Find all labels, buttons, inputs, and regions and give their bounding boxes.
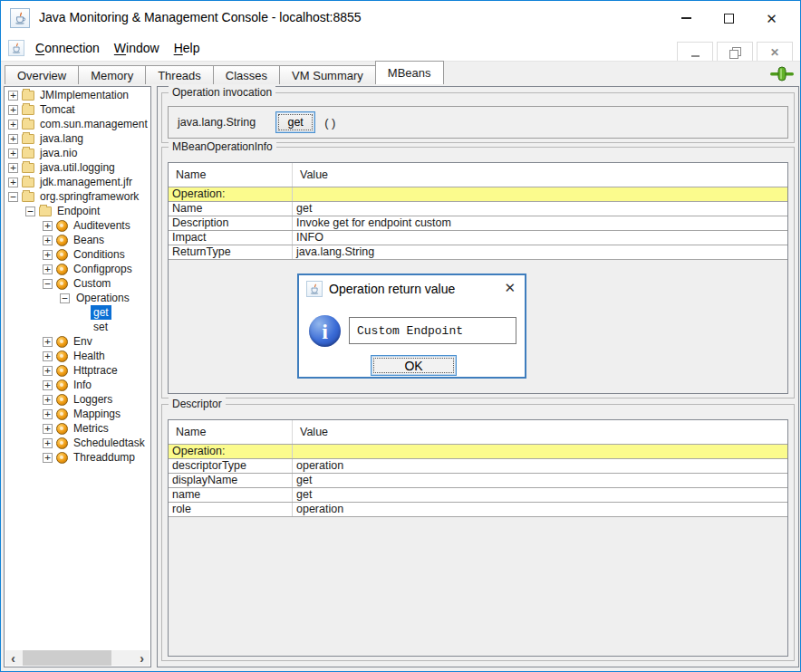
close-button[interactable]: ✕	[750, 1, 793, 35]
table-row[interactable]: roleoperation	[169, 503, 787, 517]
tree-item-get[interactable]: get	[5, 305, 150, 320]
table-row[interactable]: ImpactINFO	[169, 231, 787, 245]
menu-help[interactable]: Help	[167, 37, 207, 59]
table-row[interactable]: Nameget	[169, 202, 787, 216]
tree-item-auditevents[interactable]: +Auditevents	[5, 218, 150, 233]
expand-handle-icon[interactable]: +	[8, 120, 18, 130]
cell-value	[293, 445, 787, 458]
tab-memory[interactable]: Memory	[78, 65, 146, 84]
tree-item-tomcat[interactable]: +Tomcat	[5, 102, 150, 117]
table-row[interactable]: Operation:	[169, 445, 787, 459]
menu-window[interactable]: Window	[107, 37, 167, 59]
operation-invocation-title: Operation invocation	[169, 86, 275, 99]
tree-item-threaddump[interactable]: +Threaddump	[5, 450, 150, 465]
tree-item-configprops[interactable]: +Configprops	[5, 262, 150, 276]
expand-handle-icon[interactable]: +	[43, 380, 53, 390]
tab-mbeans[interactable]: MBeans	[375, 61, 444, 84]
expand-handle-icon[interactable]: +	[8, 178, 18, 187]
tree-item-label: Conditions	[71, 247, 128, 262]
table-row[interactable]: displayNameget	[169, 474, 787, 488]
tree-item-java-lang[interactable]: +java.lang	[5, 131, 150, 146]
tree-item-java-util-logging[interactable]: +java.util.logging	[5, 160, 150, 175]
operation-invocation-group: Operation invocation java.lang.String ge…	[161, 92, 795, 143]
tree-item-beans[interactable]: +Beans	[5, 233, 150, 247]
cell-value: get	[293, 488, 787, 502]
tab-vm-summary[interactable]: VM Summary	[279, 65, 376, 84]
tree-item-env[interactable]: +Env	[5, 334, 150, 349]
column-header-name[interactable]: Name	[169, 420, 293, 444]
tab-overview[interactable]: Overview	[5, 65, 79, 84]
table-row[interactable]: DescriptionInvoke get for endpoint custo…	[169, 216, 787, 231]
scroll-left-button[interactable]: ‹	[5, 650, 21, 666]
java-app-icon	[10, 8, 30, 28]
tree-item-health[interactable]: +Health	[5, 349, 150, 363]
tab-threads[interactable]: Threads	[145, 65, 214, 84]
expand-handle-icon[interactable]: +	[8, 91, 18, 101]
maximize-button[interactable]	[708, 1, 750, 35]
menu-connection[interactable]: Connection	[28, 37, 107, 59]
table-row[interactable]: ReturnTypejava.lang.String	[169, 245, 787, 260]
tree-horizontal-scrollbar[interactable]: ‹ ›	[5, 650, 150, 666]
cell-value	[293, 187, 787, 201]
expand-handle-icon[interactable]: +	[43, 351, 53, 361]
expand-handle-icon[interactable]: +	[43, 337, 53, 347]
tree-item-conditions[interactable]: +Conditions	[5, 247, 150, 262]
bean-icon	[56, 220, 68, 232]
tree-item-jmimplementation[interactable]: +JMImplementation	[5, 88, 150, 102]
invoke-get-button[interactable]: get	[275, 111, 315, 133]
collapse-handle-icon[interactable]: −	[43, 279, 53, 289]
table-row[interactable]: descriptorTypeoperation	[169, 459, 787, 474]
tree-item-mappings[interactable]: +Mappings	[5, 407, 150, 421]
cell-value: java.lang.String	[293, 245, 787, 259]
cell-value: INFO	[293, 231, 787, 245]
tree-item-operations[interactable]: −Operations	[5, 291, 150, 305]
ok-button[interactable]: OK	[371, 355, 457, 376]
scrollbar-thumb[interactable]	[23, 650, 111, 666]
tree-item-jdk-management-jfr[interactable]: +jdk.management.jfr	[5, 175, 150, 189]
tab-classes[interactable]: Classes	[213, 65, 280, 84]
return-value-field[interactable]	[349, 317, 516, 344]
column-header-name[interactable]: Name	[169, 163, 293, 187]
cell-name: role	[169, 503, 293, 516]
expand-handle-icon[interactable]: +	[43, 366, 53, 376]
expand-handle-icon[interactable]: +	[8, 134, 18, 144]
tree-item-info[interactable]: +Info	[5, 378, 150, 392]
expand-handle-icon[interactable]: +	[43, 438, 53, 448]
table-body: Operation:descriptorTypeoperationdisplay…	[169, 445, 787, 517]
bean-icon	[56, 394, 68, 406]
tree-item-metrics[interactable]: +Metrics	[5, 421, 150, 436]
expand-handle-icon[interactable]: +	[43, 221, 53, 231]
scroll-right-button[interactable]: ›	[134, 650, 150, 666]
column-header-value[interactable]: Value	[293, 163, 328, 187]
minimize-button[interactable]	[665, 1, 708, 35]
tree-item-set[interactable]: set	[5, 320, 150, 334]
expand-handle-icon[interactable]: +	[43, 424, 53, 434]
tree-item-httptrace[interactable]: +Httptrace	[5, 363, 150, 378]
expand-handle-icon[interactable]: +	[43, 395, 53, 405]
tree-item-com-sun-management[interactable]: +com.sun.management	[5, 117, 150, 131]
collapse-handle-icon[interactable]: −	[60, 293, 70, 303]
tree-item-loggers[interactable]: +Loggers	[5, 392, 150, 407]
expand-handle-icon[interactable]: +	[43, 250, 53, 260]
expand-handle-icon[interactable]: +	[43, 409, 53, 419]
column-header-value[interactable]: Value	[293, 420, 328, 444]
tree-item-org-springframework[interactable]: −org.springframework	[5, 189, 150, 204]
table-row[interactable]: Operation:	[169, 187, 787, 202]
collapse-handle-icon[interactable]: −	[8, 192, 18, 202]
expand-handle-icon[interactable]: +	[8, 163, 18, 173]
expand-handle-icon[interactable]: +	[8, 105, 18, 115]
tree-item-scheduledtask[interactable]: +Scheduledtask	[5, 436, 150, 450]
expand-handle-icon[interactable]: +	[43, 264, 53, 274]
tree-item-java-nio[interactable]: +java.nio	[5, 146, 150, 160]
tree-item-custom[interactable]: −Custom	[5, 276, 150, 291]
bean-icon	[56, 365, 68, 377]
tree-item-endpoint[interactable]: −Endpoint	[5, 204, 150, 218]
collapse-handle-icon[interactable]: −	[25, 206, 35, 216]
table-row[interactable]: nameget	[169, 488, 787, 503]
tree-item-label: java.lang	[37, 131, 86, 146]
expand-handle-icon[interactable]: +	[43, 453, 53, 463]
bean-icon	[56, 235, 68, 246]
expand-handle-icon[interactable]: +	[43, 235, 53, 245]
dialog-close-icon[interactable]: ✕	[504, 281, 516, 294]
expand-handle-icon[interactable]: +	[8, 149, 18, 158]
